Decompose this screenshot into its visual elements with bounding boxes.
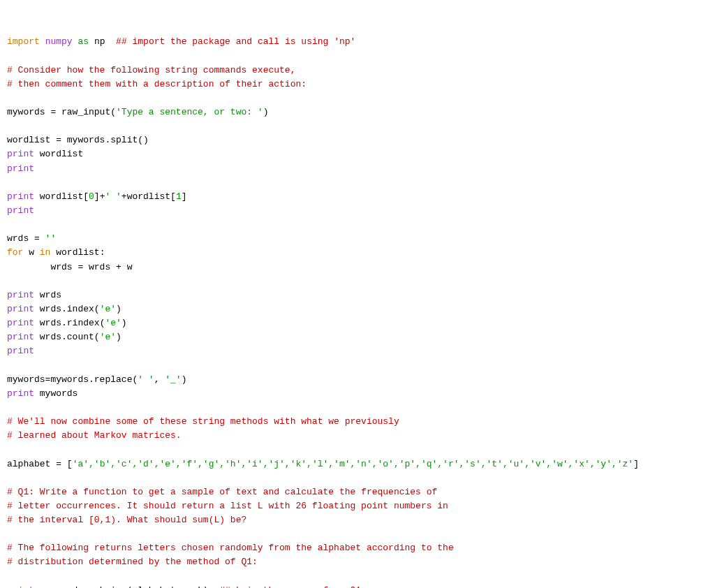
paren-close: ) <box>116 332 121 342</box>
string-literal: 'Type a sentence, or two: ' <box>116 107 263 117</box>
identifier: wrds <box>34 290 61 300</box>
string-literal: 'e' <box>100 332 116 342</box>
keyword-for: for <box>7 247 23 258</box>
paren-close: ) <box>121 318 127 328</box>
keyword-print: print <box>7 346 34 356</box>
code: wrds.index( <box>34 304 100 314</box>
string-literal: '_' <box>165 374 181 385</box>
keyword-print: print <box>7 332 34 342</box>
identifier: w <box>23 247 39 258</box>
keyword-print: print <box>7 205 34 216</box>
comment: # the interval [0,1). What should sum(L)… <box>7 515 246 525</box>
code-line: alphabet = [ <box>7 459 73 469</box>
module-numpy: numpy <box>45 36 73 47</box>
code-line: wordlist = mywords.split() <box>7 135 149 145</box>
keyword-as: as <box>78 36 89 47</box>
identifier: wordlist: <box>50 247 105 258</box>
identifier: mywords <box>34 388 78 399</box>
comment: # We'll now combine some of these string… <box>7 416 399 427</box>
keyword-print: print <box>7 163 34 174</box>
code: wrds.count( <box>34 332 100 342</box>
code: +wordlist[ <box>121 191 176 202</box>
identifier: wordlist <box>34 149 83 159</box>
comma: , <box>154 374 165 385</box>
code: wrds.rindex( <box>34 318 105 328</box>
code-line: mywords = raw_input( <box>7 107 116 117</box>
keyword-in: in <box>40 247 51 258</box>
code: ]+ <box>94 191 105 202</box>
string-literal: 'a','b','c','d','e','f','g','h','i','j',… <box>73 459 634 469</box>
string-literal: '' <box>45 233 57 244</box>
comment: # then comment them with a description o… <box>7 79 307 89</box>
keyword-print: print <box>7 318 34 328</box>
string-literal: 'e' <box>100 304 116 314</box>
paren-close: ) <box>263 107 269 117</box>
keyword-print: print <box>7 149 34 159</box>
keyword-print: print <box>7 304 34 314</box>
keyword-print: print <box>7 290 34 300</box>
alias-np: np <box>94 36 105 47</box>
keyword-print: print <box>7 388 34 399</box>
string-literal: ' ' <box>138 374 154 385</box>
string-literal: ' ' <box>105 191 121 202</box>
keyword-import: import <box>7 36 40 47</box>
string-literal: 'e' <box>105 318 121 328</box>
comment: ## import the package and call is using … <box>116 36 355 47</box>
identifier: wordlist[ <box>34 191 89 202</box>
code-block: import numpy as np ## import the package… <box>7 35 708 588</box>
code-line: mywords=mywords.replace( <box>7 374 138 385</box>
keyword-print: print <box>7 191 34 202</box>
comment: ## L is the answer from Q1 <box>219 585 361 588</box>
comment: # The following returns letters chosen r… <box>7 543 454 553</box>
keyword-print: print <box>7 585 34 588</box>
code-line: wrds = <box>7 233 45 244</box>
comment: # distribution determined by the method … <box>7 557 258 567</box>
paren-close: ) <box>182 374 187 385</box>
bracket-close: ] <box>633 459 639 469</box>
number: 1 <box>176 191 182 202</box>
comment: # learned about Markov matrices. <box>7 430 182 441</box>
comment: # Consider how the following string comm… <box>7 65 295 75</box>
number: 0 <box>89 191 94 202</box>
paren-close: ) <box>116 304 121 314</box>
comment: # Q1: Write a function to get a sample o… <box>7 487 437 497</box>
comment: # letter occurrences. It should return a… <box>7 501 448 511</box>
code: np.random.choice(alphabet, p=L) <box>34 585 219 588</box>
code-line: wrds = wrds + w <box>7 262 132 272</box>
code: ] <box>182 191 187 202</box>
